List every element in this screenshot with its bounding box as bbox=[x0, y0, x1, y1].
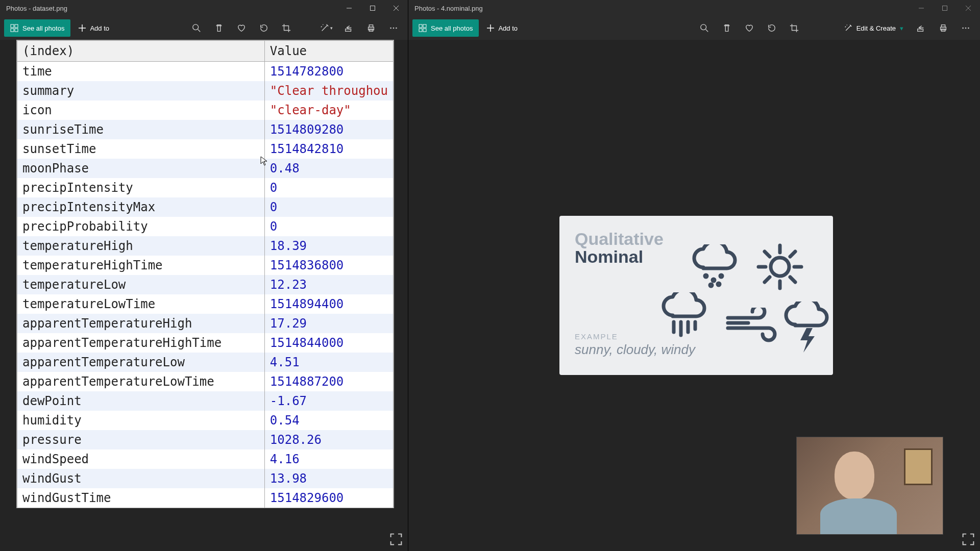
ellipsis-icon bbox=[389, 23, 398, 33]
table-cell-key: humidity bbox=[17, 411, 265, 430]
table-cell-value: 17.29 bbox=[264, 314, 393, 333]
zoom-button[interactable] bbox=[186, 18, 207, 38]
trash-icon bbox=[214, 23, 224, 33]
svg-rect-7 bbox=[15, 29, 18, 32]
table-cell-key: precipProbability bbox=[17, 217, 265, 236]
table-cell-key: icon bbox=[17, 101, 265, 120]
svg-rect-23 bbox=[419, 24, 422, 28]
table-row: sunsetTime1514842810 bbox=[17, 139, 394, 159]
table-cell-value: 1028.26 bbox=[264, 430, 393, 449]
trash-icon bbox=[722, 23, 731, 33]
table-cell-value: 4.16 bbox=[264, 449, 393, 469]
table-cell-key: temperatureLow bbox=[17, 275, 265, 294]
svg-point-39 bbox=[713, 279, 715, 281]
minimize-button[interactable] bbox=[910, 0, 933, 16]
webcam-overlay bbox=[796, 437, 943, 535]
share-button[interactable] bbox=[911, 18, 931, 38]
close-button[interactable] bbox=[957, 0, 980, 16]
zoom-icon bbox=[192, 23, 201, 33]
svg-rect-14 bbox=[369, 25, 373, 28]
favorite-button[interactable] bbox=[231, 18, 252, 38]
grid-icon bbox=[419, 24, 427, 32]
maximize-button[interactable] bbox=[361, 0, 384, 16]
crop-button[interactable] bbox=[784, 18, 804, 38]
table-cell-key: apparentTemperatureLowTime bbox=[17, 372, 265, 391]
svg-rect-33 bbox=[941, 25, 945, 28]
svg-point-29 bbox=[700, 24, 706, 30]
close-button[interactable] bbox=[384, 0, 408, 16]
table-row: apparentTemperatureHighTime1514844000 bbox=[17, 333, 394, 353]
svg-rect-26 bbox=[423, 29, 426, 32]
edit-create-button[interactable]: Edit & Create ▾ bbox=[839, 24, 909, 32]
svg-rect-12 bbox=[346, 29, 351, 32]
table-row: windGust13.98 bbox=[17, 469, 394, 488]
titlebar-left[interactable]: Photos - dataset.png bbox=[0, 0, 408, 16]
titlebar-right[interactable]: Photos - 4.nominal.png bbox=[408, 0, 980, 16]
table-row: apparentTemperatureLow4.51 bbox=[17, 353, 394, 372]
table-row: summary"Clear throughou bbox=[17, 81, 394, 101]
add-to-button[interactable]: Add to bbox=[72, 19, 115, 37]
photos-window-right: Photos - 4.nominal.png See all photos Ad… bbox=[408, 0, 980, 551]
table-row: apparentTemperatureLowTime1514887200 bbox=[17, 372, 394, 391]
table-cell-value: 13.98 bbox=[264, 469, 393, 488]
share-icon bbox=[344, 23, 353, 33]
table-row: temperatureLowTime1514894400 bbox=[17, 294, 394, 314]
table-cell-key: time bbox=[17, 62, 265, 82]
image-viewport-left[interactable]: (index) Value time1514782800summary"Clea… bbox=[0, 40, 408, 551]
table-cell-key: temperatureLowTime bbox=[17, 294, 265, 314]
table-header-value: Value bbox=[264, 41, 393, 62]
delete-button[interactable] bbox=[209, 18, 229, 38]
fullscreen-button[interactable] bbox=[389, 533, 403, 546]
table-cell-key: pressure bbox=[17, 430, 265, 449]
add-to-button[interactable]: Add to bbox=[481, 19, 524, 37]
table-cell-value: 1514844000 bbox=[264, 333, 393, 353]
rotate-button[interactable] bbox=[762, 18, 782, 38]
crop-button[interactable] bbox=[276, 18, 297, 38]
image-viewport-right[interactable]: Qualitative Nominal EXAMPLE sunny, cloud… bbox=[408, 40, 980, 551]
svg-point-10 bbox=[193, 24, 199, 30]
svg-point-36 bbox=[965, 28, 967, 29]
plus-icon bbox=[487, 24, 494, 32]
fullscreen-button[interactable] bbox=[962, 533, 975, 546]
see-all-photos-button[interactable]: See all photos bbox=[4, 19, 70, 37]
more-button[interactable] bbox=[383, 18, 404, 38]
more-button[interactable] bbox=[955, 18, 976, 38]
sun-icon bbox=[754, 241, 805, 292]
table-cell-key: precipIntensityMax bbox=[17, 197, 265, 217]
table-row: sunriseTime1514809280 bbox=[17, 120, 394, 139]
share-button[interactable] bbox=[338, 18, 359, 38]
favorite-button[interactable] bbox=[739, 18, 760, 38]
edit-button[interactable]: ▾ bbox=[316, 18, 336, 38]
table-row: moonPhase0.48 bbox=[17, 159, 394, 178]
share-icon bbox=[916, 23, 925, 33]
print-button[interactable] bbox=[933, 18, 953, 38]
table-cell-key: windGust bbox=[17, 469, 265, 488]
table-cell-key: moonPhase bbox=[17, 159, 265, 178]
svg-rect-31 bbox=[918, 29, 923, 32]
crop-icon bbox=[790, 23, 799, 33]
see-all-photos-button[interactable]: See all photos bbox=[412, 19, 479, 37]
table-cell-value: 1514842810 bbox=[264, 139, 393, 159]
zoom-button[interactable] bbox=[694, 18, 715, 38]
table-cell-key: windGustTime bbox=[17, 488, 265, 508]
maximize-button[interactable] bbox=[933, 0, 957, 16]
svg-rect-20 bbox=[943, 6, 947, 11]
weather-icons bbox=[668, 241, 821, 364]
minimize-button[interactable] bbox=[337, 0, 361, 16]
svg-point-16 bbox=[390, 28, 391, 29]
print-button[interactable] bbox=[361, 18, 381, 38]
heart-icon bbox=[237, 23, 246, 33]
rotate-icon bbox=[767, 23, 776, 33]
svg-rect-4 bbox=[11, 24, 14, 28]
rotate-button[interactable] bbox=[254, 18, 274, 38]
table-cell-value: 0.54 bbox=[264, 411, 393, 430]
table-cell-value: 1514809280 bbox=[264, 120, 393, 139]
table-row: temperatureHigh18.39 bbox=[17, 236, 394, 256]
svg-rect-1 bbox=[371, 6, 375, 11]
see-all-label: See all photos bbox=[22, 24, 64, 32]
delete-button[interactable] bbox=[717, 18, 737, 38]
svg-line-49 bbox=[790, 277, 795, 282]
table-row: humidity0.54 bbox=[17, 411, 394, 430]
window-title: Photos - dataset.png bbox=[6, 5, 67, 12]
zoom-icon bbox=[700, 23, 709, 33]
